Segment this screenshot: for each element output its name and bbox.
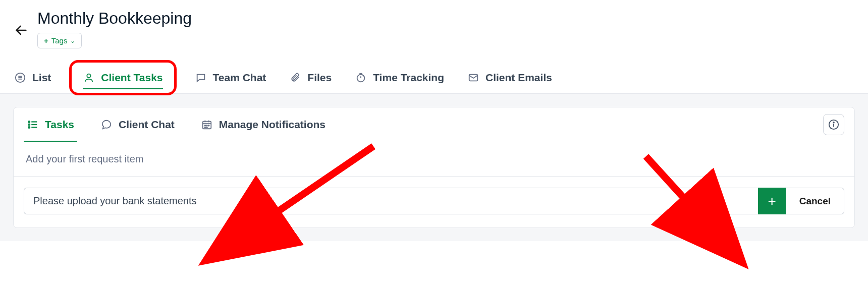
info-button[interactable]: [823, 114, 844, 135]
tab-files[interactable]: Files: [289, 67, 332, 89]
svg-point-20: [204, 125, 205, 126]
tab-label: List: [32, 72, 51, 84]
plus-icon: +: [44, 36, 48, 45]
tasks-panel: Tasks Client Chat Manage Notifications: [13, 107, 855, 228]
svg-point-24: [206, 127, 207, 128]
svg-point-5: [87, 74, 91, 77]
tags-label: Tags: [51, 36, 68, 45]
svg-point-23: [204, 127, 205, 128]
prompt-text: Add your first request item: [14, 142, 854, 177]
chat-bubble-icon: [100, 119, 113, 131]
subtab-label: Client Chat: [119, 119, 175, 131]
svg-point-15: [28, 127, 30, 128]
attachment-icon: [289, 72, 301, 84]
mail-icon: [467, 72, 479, 84]
list-icon: [14, 72, 26, 84]
annotation-highlight: Client Tasks: [69, 60, 176, 95]
svg-point-22: [208, 125, 209, 126]
tab-list[interactable]: List: [14, 67, 51, 89]
timer-icon: [355, 72, 367, 84]
tab-team-chat[interactable]: Team Chat: [195, 67, 266, 89]
chevron-down-icon: ⌄: [70, 37, 75, 44]
task-input[interactable]: [24, 188, 758, 214]
svg-point-13: [28, 121, 30, 123]
page-title: Monthly Bookkeeping: [37, 9, 192, 28]
tab-time-tracking[interactable]: Time Tracking: [355, 67, 444, 89]
svg-point-27: [833, 122, 834, 123]
main-tabs: List Client Tasks Team Chat Files Time T…: [0, 62, 868, 94]
tab-label: Time Tracking: [373, 72, 444, 84]
tab-label: Client Emails: [485, 72, 552, 84]
tab-client-emails[interactable]: Client Emails: [467, 67, 552, 89]
subtab-manage-notifications[interactable]: Manage Notifications: [198, 107, 329, 142]
add-button[interactable]: +: [758, 188, 786, 214]
svg-point-21: [206, 125, 207, 126]
chat-icon: [195, 72, 207, 84]
subtab-label: Manage Notifications: [219, 119, 326, 131]
plus-icon: +: [768, 193, 776, 209]
subtab-label: Tasks: [45, 119, 74, 131]
tags-button[interactable]: + Tags ⌄: [37, 33, 82, 48]
back-button[interactable]: [14, 23, 28, 41]
tab-label: Files: [307, 72, 332, 84]
person-icon: [83, 72, 95, 84]
tasks-icon: [27, 119, 39, 131]
subtab-tasks[interactable]: Tasks: [24, 107, 77, 142]
subtab-client-chat[interactable]: Client Chat: [97, 107, 178, 142]
tab-label: Team Chat: [213, 72, 266, 84]
cancel-button[interactable]: Cancel: [786, 188, 844, 214]
tab-label: Client Tasks: [101, 72, 162, 84]
svg-point-14: [28, 124, 30, 126]
tab-client-tasks[interactable]: Client Tasks: [83, 67, 162, 89]
calendar-icon: [201, 119, 213, 131]
